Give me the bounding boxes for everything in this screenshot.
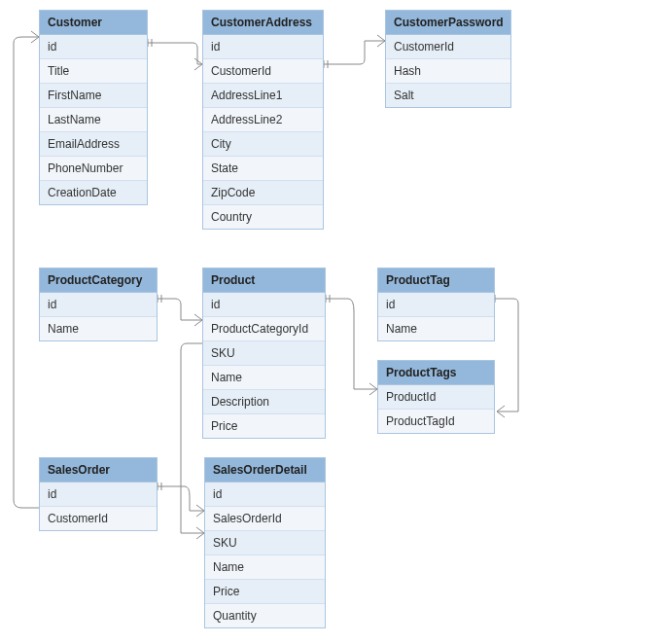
entity-sales-order[interactable]: SalesOrder id CustomerId [39,457,158,531]
entity-product[interactable]: Product id ProductCategoryId SKU Name De… [202,268,326,439]
field-id: id [40,293,157,316]
field-description: Description [203,389,325,413]
field-productcategoryid: ProductCategoryId [203,316,325,340]
entity-header: Customer [40,11,147,35]
entity-sales-order-detail[interactable]: SalesOrderDetail id SalesOrderId SKU Nam… [204,457,326,628]
field-price: Price [205,579,325,603]
field-id: id [203,35,323,58]
entity-product-tags[interactable]: ProductTags ProductId ProductTagId [377,360,495,434]
field-id: id [203,293,325,316]
field-name: Name [205,555,325,579]
field-customerid: CustomerId [203,58,323,83]
entity-header: CustomerPassword [386,11,510,35]
field-producttagid: ProductTagId [378,409,494,433]
field-addressline2: AddressLine2 [203,107,323,131]
field-productid: ProductId [378,385,494,409]
field-id: id [40,35,147,58]
field-price: Price [203,413,325,438]
field-customerid: CustomerId [386,35,510,58]
field-name: Name [203,365,325,389]
entity-product-tag[interactable]: ProductTag id Name [377,268,495,341]
field-hash: Hash [386,58,510,83]
entity-header: SalesOrder [40,458,157,483]
entity-customer-password[interactable]: CustomerPassword CustomerId Hash Salt [385,10,511,108]
field-id: id [205,483,325,506]
field-id: id [40,483,157,506]
field-salesorderid: SalesOrderId [205,506,325,530]
field-addressline1: AddressLine1 [203,83,323,107]
entity-header: ProductCategory [40,268,157,293]
field-state: State [203,156,323,180]
field-name: Name [378,316,494,340]
entity-customer[interactable]: Customer id Title FirstName LastName Ema… [39,10,148,205]
field-quantity: Quantity [205,603,325,627]
entity-header: ProductTag [378,268,494,293]
entity-customer-address[interactable]: CustomerAddress id CustomerId AddressLin… [202,10,324,230]
field-creationdate: CreationDate [40,180,147,204]
entity-header: CustomerAddress [203,11,323,35]
entity-header: SalesOrderDetail [205,458,325,483]
field-salt: Salt [386,83,510,107]
field-phonenumber: PhoneNumber [40,156,147,180]
field-title: Title [40,58,147,83]
field-firstname: FirstName [40,83,147,107]
field-customerid: CustomerId [40,506,157,530]
field-id: id [378,293,494,316]
field-name: Name [40,316,157,340]
field-sku: SKU [203,340,325,365]
field-lastname: LastName [40,107,147,131]
field-emailaddress: EmailAddress [40,131,147,156]
field-city: City [203,131,323,156]
field-sku: SKU [205,530,325,555]
field-country: Country [203,204,323,229]
entity-header: Product [203,268,325,293]
entity-header: ProductTags [378,361,494,385]
field-zipcode: ZipCode [203,180,323,204]
entity-product-category[interactable]: ProductCategory id Name [39,268,158,341]
